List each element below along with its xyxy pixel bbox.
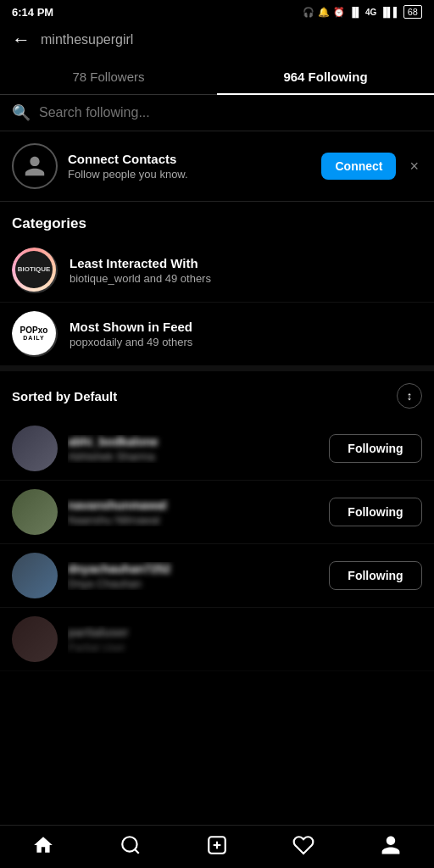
signal-icon: ▐▌ [348, 7, 362, 17]
user-info: abhi_bodkalone Abhishek Sharma [68, 435, 319, 463]
category-info-most: Most Shown in Feed popxodaily and 49 oth… [70, 320, 422, 348]
connect-title: Connect Contacts [68, 152, 311, 166]
status-bar: 6:14 PM 🎧 🔔 ⏰ ▐▌ 4G ▐▌▌ 68 [0, 0, 434, 22]
sort-button[interactable]: ↕ [397, 383, 422, 409]
nav-heart[interactable] [292, 834, 314, 856]
search-input[interactable] [39, 105, 422, 120]
user-handle: navanshunmawal [68, 498, 319, 512]
avatar [12, 489, 58, 535]
category-label-least: Least Interacted With [70, 256, 422, 270]
list-item: navanshunmawal Naanshu Nilmawal Followin… [0, 481, 434, 544]
tabs-bar: 78 Followers 964 Following [0, 59, 434, 95]
category-avatar-biotique: BIOTIQUE [12, 248, 58, 293]
categories-title: Categories [0, 202, 434, 239]
popxo-logo: POPxo DAILY [20, 326, 48, 341]
tab-followers[interactable]: 78 Followers [0, 59, 217, 94]
user-name: Partial User [68, 641, 422, 654]
nav-add[interactable] [206, 834, 228, 856]
status-time: 6:14 PM [12, 6, 53, 19]
bell-icon: 🔔 [318, 7, 330, 18]
bottom-nav [0, 825, 434, 868]
user-name: Naanshu Nilmawal [68, 514, 319, 526]
biotique-logo: BIOTIQUE [15, 251, 53, 288]
nav-home[interactable] [32, 834, 54, 856]
user-name: Abhishek Sharma [68, 450, 319, 463]
category-info-least: Least Interacted With biotique_world and… [70, 256, 422, 285]
following-button[interactable]: Following [329, 434, 422, 463]
alarm-icon: ⏰ [333, 7, 345, 18]
back-button[interactable]: ← [12, 29, 31, 51]
user-name: Dnya Chauhan [68, 577, 319, 590]
user-handle: dnyachauhan7252 [68, 562, 319, 576]
sorted-bar: Sorted by Default ↕ [0, 366, 434, 417]
connect-contacts-banner: Connect Contacts Follow people you know.… [0, 131, 434, 202]
avatar [12, 616, 58, 662]
svg-line-1 [135, 849, 139, 854]
search-bar: 🔍 [0, 95, 434, 131]
sorted-text: Sorted by Default [12, 389, 117, 403]
connect-subtitle: Follow people you know. [68, 168, 311, 181]
close-banner-button[interactable]: × [406, 154, 422, 179]
following-button[interactable]: Following [329, 498, 422, 526]
user-info: navanshunmawal Naanshu Nilmawal [68, 498, 319, 526]
following-list: abhi_bodkalone Abhishek Sharma Following… [0, 417, 434, 671]
svg-point-0 [122, 837, 136, 851]
header: ← minthesupergirl [0, 22, 434, 59]
search-icon: 🔍 [12, 103, 31, 122]
category-most-shown[interactable]: POPxo DAILY Most Shown in Feed popxodail… [0, 303, 434, 366]
category-avatar-popxo: POPxo DAILY [12, 311, 58, 357]
nav-profile[interactable] [380, 834, 402, 856]
avatar [12, 553, 58, 598]
user-info: dnyachauhan7252 Dnya Chauhan [68, 562, 319, 590]
connect-avatar [12, 143, 58, 189]
user-info: partialuser Partial User [68, 626, 422, 654]
status-icons: 🎧 🔔 ⏰ ▐▌ 4G ▐▌▌ 68 [303, 5, 422, 19]
category-least-interacted[interactable]: BIOTIQUE Least Interacted With biotique_… [0, 239, 434, 303]
following-button[interactable]: Following [329, 561, 422, 590]
connect-button[interactable]: Connect [321, 153, 396, 180]
tab-following[interactable]: 964 Following [217, 59, 434, 94]
network-icon: 4G [365, 8, 376, 17]
headphone-icon: 🎧 [303, 7, 314, 18]
sorted-prefix: Sorted by [12, 389, 74, 403]
connect-text: Connect Contacts Follow people you know. [68, 152, 311, 181]
avatar [12, 426, 58, 471]
list-item: partialuser Partial User [0, 608, 434, 671]
user-handle: abhi_bodkalone [68, 435, 319, 448]
list-item: abhi_bodkalone Abhishek Sharma Following [0, 417, 434, 481]
nav-search[interactable] [120, 834, 142, 856]
category-label-most: Most Shown in Feed [70, 320, 422, 334]
user-handle: partialuser [68, 626, 422, 639]
category-sub-least: biotique_world and 49 others [70, 272, 422, 285]
signal2-icon: ▐▌▌ [380, 7, 399, 17]
sorted-value: Default [74, 389, 117, 403]
list-item: dnyachauhan7252 Dnya Chauhan Following [0, 544, 434, 608]
category-sub-most: popxodaily and 49 others [70, 336, 422, 348]
header-username: minthesupergirl [41, 32, 133, 47]
battery-icon: 68 [403, 5, 422, 19]
